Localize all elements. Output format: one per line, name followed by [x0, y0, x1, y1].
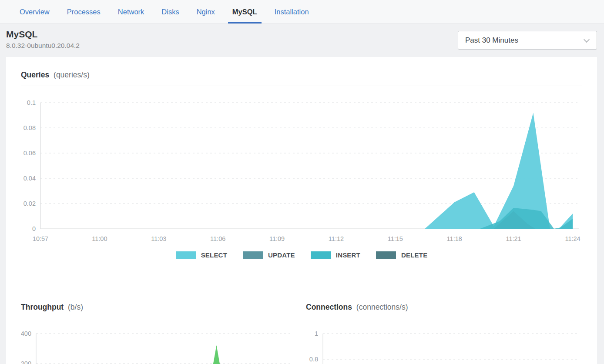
svg-text:10:57: 10:57	[33, 235, 48, 242]
svg-text:0.8: 0.8	[309, 356, 318, 363]
legend-label: UPDATE	[268, 251, 295, 259]
svg-text:11:00: 11:00	[92, 235, 107, 242]
legend-swatch	[243, 251, 263, 259]
connections-title: Connections (connections/s)	[306, 302, 580, 312]
svg-text:11:03: 11:03	[151, 235, 166, 242]
time-range-value: Past 30 Minutes	[465, 36, 518, 45]
chart-unit: (b/s)	[68, 303, 83, 311]
tab-disks[interactable]: Disks	[157, 0, 183, 23]
tab-bar: OverviewProcessesNetworkDisksNginxMySQLI…	[0, 0, 604, 24]
svg-text:0: 0	[32, 225, 36, 232]
svg-text:11:21: 11:21	[506, 235, 521, 242]
chart-title: Connections	[306, 303, 352, 311]
legend-label: SELECT	[201, 251, 227, 259]
svg-text:11:06: 11:06	[210, 235, 225, 242]
tab-processes[interactable]: Processes	[63, 0, 105, 23]
tab-installation[interactable]: Installation	[270, 0, 313, 23]
section-divider	[306, 319, 580, 319]
legend-item-delete[interactable]: DELETE	[376, 251, 427, 259]
legend-label: INSERT	[336, 251, 360, 259]
connections-section: Connections (connections/s) 10.8	[306, 302, 580, 364]
tab-network[interactable]: Network	[114, 0, 149, 23]
svg-text:0.06: 0.06	[23, 150, 36, 157]
throughput-section: Throughput (b/s) 400200	[21, 302, 295, 364]
legend-swatch	[376, 251, 396, 259]
section-divider	[21, 86, 582, 86]
svg-text:11:12: 11:12	[329, 235, 344, 242]
content-card: Queries (queries/s) 0.10.080.060.040.020…	[6, 57, 597, 364]
header-titles: MySQL 8.0.32-0ubuntu0.20.04.2	[6, 29, 80, 50]
chart-title: Queries	[21, 70, 49, 79]
connections-chart: 10.8	[306, 324, 580, 364]
svg-text:11:24: 11:24	[565, 235, 580, 242]
chart-title: Throughput	[21, 303, 64, 311]
page-header: MySQL 8.0.32-0ubuntu0.20.04.2 Past 30 Mi…	[0, 24, 604, 57]
legend-swatch	[311, 251, 331, 259]
svg-text:400: 400	[21, 330, 31, 337]
legend-swatch	[176, 251, 196, 259]
tab-overview[interactable]: Overview	[15, 0, 54, 23]
chart-unit: (connections/s)	[356, 303, 408, 311]
chevron-down-icon	[584, 36, 590, 42]
section-divider	[21, 319, 295, 319]
svg-text:11:15: 11:15	[388, 235, 403, 242]
queries-title: Queries (queries/s)	[21, 70, 582, 80]
legend-item-select[interactable]: SELECT	[176, 251, 227, 259]
svg-text:0.08: 0.08	[23, 124, 36, 131]
queries-chart: 0.10.080.060.040.02010:5711:0011:0311:06…	[21, 88, 585, 248]
time-range-select[interactable]: Past 30 Minutes	[458, 31, 597, 50]
throughput-chart: 400200	[21, 324, 295, 364]
legend-item-insert[interactable]: INSERT	[311, 251, 360, 259]
tab-nginx[interactable]: Nginx	[192, 0, 219, 23]
svg-text:11:09: 11:09	[269, 235, 285, 242]
queries-legend: SELECTUPDATEINSERTDELETE	[21, 251, 582, 259]
legend-item-update[interactable]: UPDATE	[243, 251, 295, 259]
legend-label: DELETE	[401, 251, 427, 259]
svg-text:0.1: 0.1	[27, 99, 36, 106]
throughput-title: Throughput (b/s)	[21, 302, 295, 312]
svg-text:0.04: 0.04	[23, 175, 36, 182]
page-title: MySQL	[6, 29, 80, 40]
svg-text:200: 200	[21, 360, 31, 364]
queries-section: Queries (queries/s) 0.10.080.060.040.020…	[21, 70, 582, 259]
bottom-charts-row: Throughput (b/s) 400200 Connections (con…	[21, 302, 582, 364]
svg-text:11:18: 11:18	[447, 235, 462, 242]
chart-unit: (queries/s)	[54, 70, 90, 79]
tab-mysql[interactable]: MySQL	[228, 0, 262, 23]
svg-text:0.02: 0.02	[23, 200, 36, 207]
svg-text:1: 1	[315, 330, 318, 337]
mysql-version: 8.0.32-0ubuntu0.20.04.2	[6, 42, 80, 50]
